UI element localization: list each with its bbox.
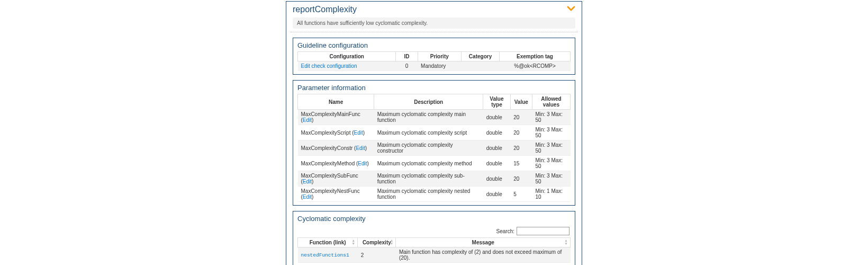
guideline-priority: Mandatory (418, 61, 461, 71)
cyclomatic-title: Cyclomatic complexity (293, 211, 575, 225)
cyclomatic-section: Cyclomatic complexity Search: Function (… (293, 211, 575, 265)
complexity-message: Main function has complexity of (2) and … (396, 248, 571, 263)
param-vtype: double (483, 110, 511, 125)
search-row: Search: (293, 225, 575, 237)
param-value: 15 (510, 156, 532, 171)
param-value: 20 (510, 171, 532, 187)
cyclomatic-row: mysub_ZERO2Nested function has complexit… (298, 263, 571, 266)
search-label: Search: (496, 228, 514, 234)
col-desc[interactable]: Description (374, 94, 483, 110)
function-link-cell: mysub_ZERO (298, 263, 358, 266)
param-desc: Maximum cyclomatic complexity main funct… (374, 110, 483, 125)
complexity-value: 2 (358, 263, 396, 266)
param-desc: Maximum cyclomatic complexity nested fun… (374, 187, 483, 202)
edit-param-link[interactable]: Edit (354, 130, 363, 136)
parameter-row: MaxComplexityConstr (Edit)Maximum cyclom… (298, 140, 571, 156)
col-category[interactable]: Category (461, 52, 499, 61)
sort-icon: ▲▼ (351, 239, 355, 245)
param-allowed: Min: 3 Max: 50 (532, 140, 570, 156)
col-allowed[interactable]: Allowed values (532, 94, 570, 110)
parameter-section: Parameter information Name Description V… (293, 80, 575, 206)
col-value[interactable]: Value (510, 94, 532, 110)
col-exemption[interactable]: Exemption tag (500, 52, 571, 61)
parameter-title: Parameter information (293, 81, 575, 94)
sort-icon: ▲▼ (564, 239, 568, 245)
param-allowed: Min: 3 Max: 50 (532, 171, 570, 187)
param-allowed: Min: 3 Max: 50 (532, 156, 570, 171)
page-title: reportComplexity (293, 5, 357, 14)
col-complexity[interactable]: Complexity▲▼ (358, 238, 396, 248)
guideline-exemption: %@ok<RCOMP> (500, 61, 571, 71)
guideline-row: Edit check configuration 0 Mandatory %@o… (298, 61, 571, 71)
param-value: 20 (510, 110, 532, 125)
guideline-id: 0 (396, 61, 418, 71)
summary-text: All functions have sufficiently low cycl… (293, 17, 575, 29)
param-name: MaxComplexityConstr (Edit) (298, 140, 374, 156)
param-name: MaxComplexityMainFunc (Edit) (298, 110, 374, 125)
param-allowed: Min: 3 Max: 50 (532, 125, 570, 140)
param-allowed: Min: 1 Max: 10 (532, 187, 570, 202)
edit-param-link[interactable]: Edit (356, 145, 365, 151)
edit-param-link[interactable]: Edit (358, 161, 367, 166)
param-vtype: double (483, 156, 511, 171)
guideline-table: Configuration ID Priority Category Exemp… (297, 51, 571, 71)
param-desc: Maximum cyclomatic complexity constructo… (374, 140, 483, 156)
parameter-table: Name Description Value type Value Allowe… (297, 94, 571, 202)
col-configuration[interactable]: Configuration (298, 52, 396, 61)
edit-param-link[interactable]: Edit (303, 179, 312, 184)
edit-param-link[interactable]: Edit (303, 117, 312, 123)
param-desc: Maximum cyclomatic complexity method (374, 156, 483, 171)
complexity-value: 2 (358, 248, 396, 263)
param-value: 20 (510, 140, 532, 156)
parameter-row: MaxComplexityScript (Edit)Maximum cyclom… (298, 125, 571, 140)
guideline-title: Guideline configuration (293, 38, 575, 51)
guideline-section: Guideline configuration Configuration ID… (293, 38, 575, 75)
parameter-row: MaxComplexityMethod (Edit)Maximum cyclom… (298, 156, 571, 171)
param-name: MaxComplexityNestFunc (Edit) (298, 187, 374, 202)
col-priority[interactable]: Priority (418, 52, 461, 61)
function-link-cell: nestedFunctions1 (298, 248, 358, 263)
chevron-down-icon (567, 6, 575, 12)
col-id[interactable]: ID (396, 52, 418, 61)
param-desc: Maximum cyclomatic complexity script (374, 125, 483, 140)
param-name: MaxComplexityScript (Edit) (298, 125, 374, 140)
col-name[interactable]: Name (298, 94, 374, 110)
col-message[interactable]: Message▲▼ (396, 238, 571, 248)
param-vtype: double (483, 125, 511, 140)
sort-icon: ▲▼ (390, 239, 393, 245)
cyclomatic-table: Function (link)▲▼ Complexity▲▼ Message▲▼… (297, 237, 571, 265)
param-vtype: double (483, 140, 511, 156)
param-vtype: double (483, 187, 511, 202)
parameter-row: MaxComplexityNestFunc (Edit)Maximum cycl… (298, 187, 571, 202)
guideline-category (461, 61, 499, 71)
complexity-message: Nested function has complexity of (2) an… (396, 263, 571, 266)
edit-param-link[interactable]: Edit (303, 194, 312, 200)
cyclomatic-row: nestedFunctions12Main function has compl… (298, 248, 571, 263)
parameter-row: MaxComplexitySubFunc (Edit)Maximum cyclo… (298, 171, 571, 187)
param-value: 20 (510, 125, 532, 140)
param-name: MaxComplexitySubFunc (Edit) (298, 171, 374, 187)
param-value: 5 (510, 187, 532, 202)
edit-check-config-link[interactable]: Edit check configuration (301, 63, 357, 69)
divider (291, 32, 577, 32)
function-link[interactable]: nestedFunctions1 (301, 252, 349, 258)
param-vtype: double (483, 171, 511, 187)
parameter-row: MaxComplexityMainFunc (Edit)Maximum cycl… (298, 110, 571, 125)
param-name: MaxComplexityMethod (Edit) (298, 156, 374, 171)
col-function[interactable]: Function (link)▲▼ (298, 238, 358, 248)
search-input[interactable] (517, 227, 569, 235)
param-allowed: Min: 3 Max: 50 (532, 110, 570, 125)
col-vtype[interactable]: Value type (483, 94, 511, 110)
param-desc: Maximum cyclomatic complexity sub-functi… (374, 171, 483, 187)
collapse-toggle[interactable] (567, 5, 575, 14)
report-panel: reportComplexity All functions have suff… (286, 1, 582, 265)
panel-header: reportComplexity (286, 2, 582, 15)
